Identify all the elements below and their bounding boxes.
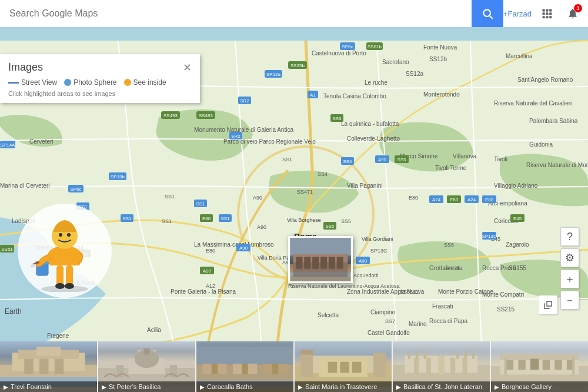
svg-text:Monte Compatri: Monte Compatri [482, 291, 524, 298]
images-panel-close-button[interactable]: ✕ [183, 62, 192, 73]
pegman-container[interactable] [18, 204, 112, 298]
svg-text:SS1: SS1 [162, 218, 172, 224]
svg-rect-10 [549, 16, 552, 18]
see-inside-dot [124, 79, 131, 86]
svg-text:Guidonia: Guidonia [529, 141, 553, 148]
svg-text:SP6c: SP6c [342, 44, 353, 49]
help-button[interactable]: ? [560, 227, 579, 246]
svg-text:A90: A90 [359, 258, 368, 264]
top-bar: +Farzad 3 [0, 0, 588, 27]
svg-text:SP15b: SP15b [111, 174, 125, 180]
svg-line-1 [490, 16, 493, 19]
svg-text:SS5: SS5 [325, 224, 335, 229]
map-container[interactable]: SS1 E80 E80 SS1 SS1 A12 A90 A90 A90 SS4 … [0, 27, 588, 368]
svg-rect-169 [337, 257, 343, 268]
svg-text:SS5: SS5 [397, 157, 406, 162]
top-right-icons: +Farzad 3 [503, 3, 588, 24]
thumb-peters-icon: ▶ [102, 384, 106, 390]
images-panel-legend: Street View Photo Sphere See inside [8, 78, 192, 87]
svg-text:Tivoli: Tivoli [494, 156, 507, 162]
svg-rect-227 [426, 358, 431, 375]
svg-text:SS471: SS471 [297, 189, 313, 195]
svg-rect-191 [55, 359, 64, 374]
svg-rect-168 [329, 257, 335, 268]
map-controls: ? ⚙ ＋ － [560, 227, 579, 310]
svg-rect-189 [24, 359, 33, 374]
svg-text:SS51: SS51 [1, 247, 13, 252]
colosseum-popup[interactable] [288, 236, 353, 283]
svg-rect-181 [56, 265, 64, 286]
svg-text:Palombara Sabina: Palombara Sabina [529, 118, 578, 124]
svg-rect-223 [456, 353, 459, 358]
apps-icon[interactable] [536, 3, 557, 24]
svg-text:SS5: SS5 [341, 218, 351, 224]
thumb-borghese-icon: ▶ [495, 384, 499, 390]
svg-text:E80: E80 [202, 216, 211, 221]
svg-text:Villaggio Adriano: Villaggio Adriano [494, 182, 538, 189]
thumb-lateran[interactable]: ▶ Basilica of St. John Lateran [393, 341, 491, 392]
svg-rect-4 [549, 9, 552, 12]
svg-text:E80: E80 [450, 197, 459, 202]
svg-text:SS6: SS6 [444, 242, 454, 248]
expand-button[interactable] [539, 295, 557, 314]
svg-text:Villa Borghese: Villa Borghese [287, 217, 321, 223]
images-panel-hint: Click highlighted areas to see images [8, 90, 192, 97]
svg-text:SS3: SS3 [332, 116, 342, 121]
svg-text:Zona Industriale Appia Nuova: Zona Industriale Appia Nuova [347, 288, 425, 295]
thumb-st-peters[interactable]: ▶ St Peter's Basilica [98, 341, 196, 392]
svg-rect-226 [414, 358, 419, 375]
svg-text:Tenuta Casina Colombo: Tenuta Casina Colombo [323, 93, 386, 99]
svg-text:Castel Gandolfo: Castel Gandolfo [368, 330, 410, 336]
svg-rect-182 [66, 265, 73, 286]
svg-text:Zagarolo: Zagarolo [506, 241, 529, 248]
bottom-strip: ▶ Trevi Fountain ▶ St [0, 341, 588, 392]
thumb-maria-label: ▶ Saint Maria in Trastevere [295, 381, 392, 392]
svg-text:SP12a: SP12a [266, 72, 281, 77]
thumb-trevi-label: ▶ Trevi Fountain [0, 381, 97, 392]
street-view-line [8, 82, 19, 84]
pegman-circle [18, 204, 112, 298]
earth-label: Earth [5, 307, 22, 315]
svg-rect-197 [143, 348, 149, 354]
svg-text:Marina di Cerveteri: Marina di Cerveteri [0, 182, 49, 189]
user-profile-link[interactable]: +Farzad [503, 9, 532, 18]
svg-rect-233 [500, 354, 579, 360]
svg-text:SS215: SS215 [497, 306, 514, 313]
settings-button[interactable]: ⚙ [560, 248, 579, 267]
thumb-santa-maria[interactable]: ▶ Saint Maria in Trastevere [295, 341, 393, 392]
notifications-icon[interactable]: 3 [562, 3, 583, 24]
svg-text:La quinnica - bufalotta: La quinnica - bufalotta [341, 121, 399, 127]
legend-photo-sphere: Photo Sphere [64, 78, 116, 87]
thumb-trevi-icon: ▶ [4, 384, 8, 390]
svg-text:SS12a: SS12a [406, 71, 423, 77]
search-input[interactable] [0, 0, 472, 27]
svg-text:Ciampino: Ciampino [370, 309, 396, 315]
thumb-borghese[interactable]: ▶ Borghese Gallery [491, 341, 588, 392]
svg-rect-164 [296, 257, 302, 268]
svg-text:E80: E80 [206, 248, 215, 254]
svg-text:Rocca di Papa: Rocca di Papa [429, 318, 467, 324]
thumb-caracalla[interactable]: ▶ Caracalla Baths [196, 341, 295, 392]
svg-text:Villanova: Villanova [453, 153, 477, 160]
svg-text:SS4: SS4 [343, 159, 352, 164]
svg-rect-213 [373, 353, 386, 377]
svg-text:SP6c: SP6c [70, 187, 81, 192]
zoom-in-button[interactable]: ＋ [560, 270, 579, 288]
search-button[interactable] [472, 0, 503, 27]
svg-rect-166 [312, 257, 319, 268]
svg-rect-2 [543, 9, 545, 12]
svg-text:Sant'Angelo Romano: Sant'Angelo Romano [517, 77, 573, 83]
svg-rect-198 [116, 365, 123, 377]
svg-rect-6 [546, 12, 548, 15]
svg-rect-170 [290, 238, 350, 254]
svg-rect-215 [328, 362, 337, 373]
svg-text:Castelnuovo di Porto: Castelnuovo di Porto [312, 50, 366, 57]
svg-rect-216 [340, 362, 349, 373]
svg-text:A90: A90 [239, 245, 248, 251]
zoom-out-button[interactable]: － [560, 291, 579, 310]
svg-text:A24: A24 [467, 197, 476, 202]
thumb-trevi-fountain[interactable]: ▶ Trevi Fountain [0, 341, 98, 392]
svg-text:Fregene: Fregene [47, 333, 69, 339]
svg-text:SP14A: SP14A [1, 142, 16, 148]
svg-text:SS35b: SS35b [290, 63, 305, 68]
